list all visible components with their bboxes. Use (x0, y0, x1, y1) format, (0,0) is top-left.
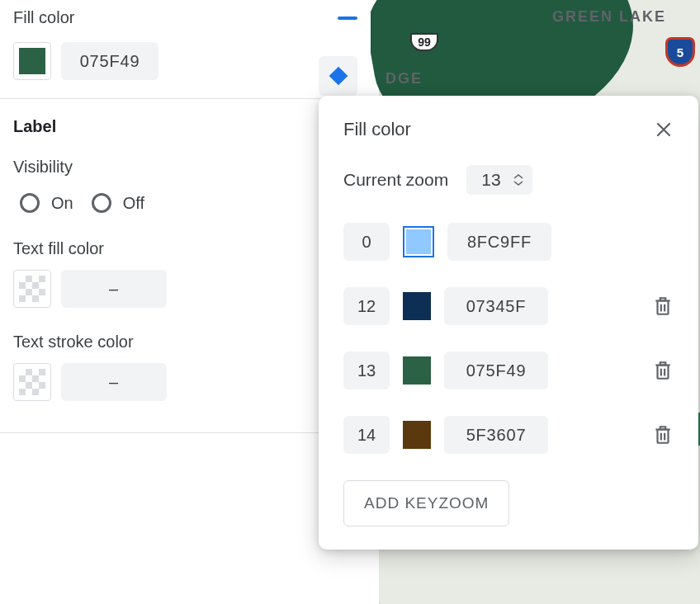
add-keyzoom-button[interactable]: ADD KEYZOOM (343, 480, 509, 526)
keyzoom-level-input[interactable]: 0 (343, 223, 390, 261)
delete-keyzoom-button[interactable] (652, 423, 674, 446)
route-shield-i5: 5 (665, 37, 695, 67)
text-stroke-color-label: Text stroke color (0, 326, 371, 363)
fill-color-swatch[interactable] (13, 42, 51, 80)
delete-keyzoom-button[interactable] (652, 295, 674, 318)
keyzoom-hex-input[interactable]: 5F3607 (444, 416, 548, 454)
popover-title: Fill color (343, 119, 411, 140)
close-button[interactable] (654, 120, 674, 139)
radio-on-label: On (51, 194, 73, 213)
text-fill-color-label: Text fill color (0, 233, 371, 270)
trash-icon (652, 423, 674, 446)
radio-off-label: Off (123, 194, 144, 213)
keyzoom-swatch[interactable] (403, 292, 431, 320)
keyzoom-level-input[interactable]: 13 (343, 352, 390, 389)
keyzoom-row: 08FC9FF (343, 223, 674, 261)
route-shield-99: 99 (410, 33, 438, 51)
chevron-down-icon (513, 180, 524, 186)
visibility-on-radio[interactable]: On (20, 193, 73, 213)
keyzoom-row: 13075F49 (343, 352, 674, 389)
keyzoom-row: 1207345F (343, 287, 674, 325)
keyzoom-swatch[interactable] (403, 226, 434, 257)
radio-icon (92, 193, 111, 213)
current-zoom-label: Current zoom (343, 170, 448, 190)
delete-keyzoom-button[interactable] (652, 359, 674, 382)
keyzoom-hex-input[interactable]: 07345F (444, 287, 548, 325)
radio-icon (20, 193, 40, 213)
keyzoom-hex-input[interactable]: 075F49 (444, 352, 548, 389)
visibility-label: Visibility (0, 143, 371, 186)
diamond-icon (329, 67, 348, 86)
chevron-up-icon (513, 173, 524, 180)
keyzoom-toggle-button[interactable] (319, 56, 357, 96)
keyzoom-swatch[interactable] (403, 421, 431, 449)
text-fill-swatch[interactable] (13, 270, 51, 308)
map-label-dge: DGE (385, 70, 423, 87)
fill-color-hex-input[interactable]: 075F49 (61, 42, 158, 80)
stepper-arrows[interactable] (513, 173, 524, 186)
label-section-header: Label (0, 99, 371, 143)
keyzoom-swatch[interactable] (403, 356, 431, 385)
divider (0, 432, 371, 433)
text-stroke-hex-input[interactable]: – (61, 363, 167, 401)
keyzoom-hex-input[interactable]: 8FC9FF (447, 223, 551, 261)
keyzoom-level-input[interactable]: 14 (343, 416, 390, 454)
keyzoom-level-input[interactable]: 12 (343, 287, 390, 325)
fill-color-header: Fill color (13, 8, 74, 27)
collapse-icon[interactable] (338, 17, 357, 20)
text-fill-hex-input[interactable]: – (61, 270, 167, 308)
fill-color-popover: Fill color Current zoom 13 08FC9FF120734… (319, 96, 698, 550)
trash-icon (652, 295, 674, 318)
trash-icon (652, 359, 674, 382)
keyzoom-row: 145F3607 (343, 416, 674, 454)
close-icon (654, 120, 674, 139)
left-panel: Fill color 075F49 Label Visibility On Of… (0, 0, 371, 604)
zoom-stepper[interactable]: 13 (466, 165, 532, 195)
map-label-greenlake: GREEN LAKE (552, 8, 666, 26)
visibility-off-radio[interactable]: Off (92, 193, 144, 213)
text-stroke-swatch[interactable] (13, 363, 51, 401)
zoom-value: 13 (481, 170, 500, 190)
visibility-radio-group: On Off (0, 186, 371, 233)
